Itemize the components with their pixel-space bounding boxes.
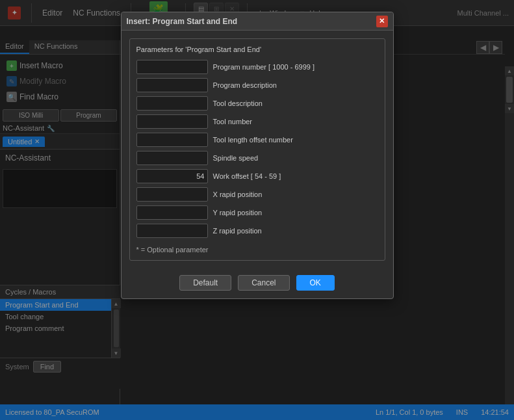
field-row-tool-description: Tool description [136, 96, 378, 111]
modal-footer: Default Cancel OK [122, 269, 393, 298]
y-rapid-label: Y rapid position [213, 209, 378, 217]
field-row-work-offset: Work offset [ 54 - 59 ] [136, 169, 378, 183]
z-rapid-label: Z rapid position [213, 227, 378, 235]
z-rapid-input[interactable] [136, 224, 208, 238]
tool-number-label: Tool number [213, 118, 378, 125]
spindle-speed-input[interactable] [136, 151, 208, 165]
work-offset-label: Work offset [ 54 - 59 ] [213, 172, 378, 180]
modal-title: Insert: Program Start and End [127, 17, 238, 26]
program-number-label: Program number [ 1000 - 6999 ] [213, 63, 378, 71]
y-rapid-input[interactable] [136, 205, 208, 220]
params-group-legend: Parameters for 'Program Start and End' [136, 46, 378, 53]
tool-length-offset-label: Tool length offset number [213, 136, 378, 144]
program-description-label: Program description [213, 81, 378, 89]
field-row-z-rapid: Z rapid position [136, 224, 378, 238]
x-rapid-label: X rapid position [213, 190, 378, 198]
field-row-tool-length-offset: Tool length offset number [136, 133, 378, 147]
params-group: Parameters for 'Program Start and End' P… [129, 38, 385, 261]
field-row-tool-number: Tool number [136, 114, 378, 129]
tool-length-offset-input[interactable] [136, 133, 208, 147]
cancel-btn[interactable]: Cancel [238, 275, 289, 291]
tool-description-label: Tool description [213, 99, 378, 107]
program-number-input[interactable] [136, 60, 208, 74]
work-offset-input[interactable] [136, 169, 208, 183]
program-description-input[interactable] [136, 78, 208, 92]
field-row-program-description: Program description [136, 78, 378, 92]
modal-overlay: Insert: Program Start and End ✕ Paramete… [0, 0, 514, 420]
default-btn[interactable]: Default [179, 275, 231, 291]
field-row-spindle-speed: Spindle speed [136, 151, 378, 165]
ok-btn[interactable]: OK [296, 275, 335, 291]
spindle-speed-label: Spindle speed [213, 154, 378, 162]
modal-titlebar: Insert: Program Start and End ✕ [122, 12, 393, 31]
tool-description-input[interactable] [136, 96, 208, 111]
field-row-y-rapid: Y rapid position [136, 205, 378, 220]
optional-note: * = Optional parameter [136, 243, 378, 254]
x-rapid-input[interactable] [136, 187, 208, 202]
app-background: ✦ Editor NC Functions 🧩 ⚙ Macro Setup ▤ … [0, 0, 514, 420]
modal-close-btn[interactable]: ✕ [376, 16, 388, 27]
insert-dialog: Insert: Program Start and End ✕ Paramete… [121, 12, 394, 299]
field-row-program-number: Program number [ 1000 - 6999 ] [136, 60, 378, 74]
field-row-x-rapid: X rapid position [136, 187, 378, 202]
tool-number-input[interactable] [136, 114, 208, 129]
modal-body: Parameters for 'Program Start and End' P… [122, 31, 393, 269]
